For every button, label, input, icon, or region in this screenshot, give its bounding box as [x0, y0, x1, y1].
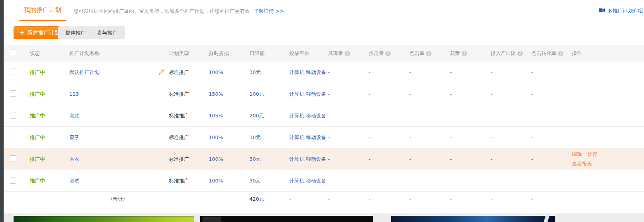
- discount-link[interactable]: 150%: [209, 91, 249, 97]
- status-badge: 推广中: [30, 112, 69, 119]
- tab-my-promotion-plans[interactable]: 我的推广计划: [19, 0, 66, 21]
- clicks-value: -: [369, 156, 409, 162]
- total-clicks-value: -: [369, 196, 409, 202]
- platform-link[interactable]: 计算机 移动设备: [289, 69, 328, 76]
- help-icon[interactable]: ?: [426, 51, 431, 56]
- impressions-value: -: [328, 134, 369, 140]
- promotion-plan-table: 状态 推广计划名称 计划类型 分时折扣 日限额 投放平台 展现量? 点击量? 点…: [4, 45, 644, 207]
- col-conversion: 点击转化率: [531, 50, 556, 57]
- thumbnail-black-detail: [203, 217, 221, 222]
- impressions-value: -: [328, 91, 369, 97]
- roi-value: -: [491, 134, 531, 140]
- platform-link[interactable]: 计算机 移动设备: [289, 112, 328, 119]
- table-row: 推广中 夏季 标准推广 100% 30元 计算机 移动设备 - - - - - …: [4, 127, 644, 148]
- ctr-value: -: [409, 156, 450, 162]
- platform-link[interactable]: 计算机 移动设备: [289, 177, 328, 184]
- conversion-value: -: [531, 178, 572, 184]
- col-actions: 操作: [572, 50, 644, 57]
- thumbnail-blue[interactable]: [391, 216, 555, 222]
- plan-type: 标准推广: [169, 134, 209, 141]
- roi-value: -: [491, 113, 531, 119]
- ctr-value: -: [409, 113, 450, 119]
- col-status: 状态: [30, 50, 69, 57]
- page-subtitle: 您可以根据不同的推广目的、宝贝类型，添加多个推广计划，让您的推广更有效 了解详情…: [74, 8, 284, 15]
- impressions-value: -: [328, 156, 369, 162]
- table-row-highlighted: 推广中 大衣 标准推广 100% 30元 计算机 移动设备 - - - - - …: [4, 148, 644, 170]
- edit-pencil-icon[interactable]: [158, 69, 164, 75]
- plan-type: 标准推广: [169, 177, 209, 184]
- tab-label: 我的推广计划: [24, 6, 61, 14]
- impressions-value: -: [328, 69, 369, 75]
- roi-value: -: [491, 178, 531, 184]
- daily-limit-link[interactable]: 30元: [249, 156, 289, 163]
- plan-name-link[interactable]: 夏季: [69, 134, 79, 140]
- help-icon[interactable]: ?: [517, 51, 523, 56]
- daily-limit-link[interactable]: 30元: [249, 134, 289, 141]
- ctr-value: -: [409, 134, 450, 140]
- new-plan-label: 新建推广计划: [27, 29, 60, 36]
- platform-link[interactable]: 计算机 移动设备: [289, 156, 328, 163]
- discount-link[interactable]: 100%: [209, 156, 249, 162]
- conversion-value: -: [531, 113, 572, 119]
- help-icon[interactable]: ?: [462, 51, 467, 56]
- total-platform-value: -: [289, 196, 328, 202]
- conversion-value: -: [531, 156, 572, 162]
- thumbnail-green[interactable]: [14, 216, 194, 222]
- row-checkbox[interactable]: [10, 90, 16, 97]
- plan-name-link[interactable]: 测试: [69, 178, 79, 184]
- col-discount: 分时折扣: [209, 50, 249, 57]
- plan-name-link[interactable]: 123: [69, 91, 79, 97]
- video-camera-icon: [599, 8, 605, 14]
- clicks-value: -: [369, 113, 409, 119]
- table-row: 推广中 测试 标准推广 100% 30元 计算机 移动设备 - - - - - …: [4, 170, 644, 192]
- total-cost-value: -: [450, 196, 491, 202]
- roi-value: -: [491, 91, 531, 97]
- thumbnail-blue-slash: [543, 216, 550, 222]
- daily-limit-link[interactable]: 100元: [249, 91, 289, 98]
- plan-name-link[interactable]: 默认推广计划: [69, 69, 100, 76]
- discount-link[interactable]: 105%: [209, 113, 249, 119]
- discount-link[interactable]: 100%: [209, 69, 249, 75]
- multi-plan-intro-label: 多推广计划介绍: [608, 7, 643, 14]
- pause-label: 暂停推广: [65, 29, 86, 36]
- plan-type: 标准推广: [169, 69, 209, 76]
- plan-name-link[interactable]: 测款: [69, 113, 79, 119]
- daily-limit-link[interactable]: 30元: [249, 69, 289, 76]
- row-checkbox[interactable]: [10, 177, 16, 184]
- col-plan-name: 推广计划名称: [69, 50, 169, 57]
- ctr-value: -: [409, 69, 450, 75]
- select-all-checkbox[interactable]: [10, 50, 16, 56]
- col-cost: 花费: [450, 50, 460, 57]
- plus-icon: +: [19, 29, 25, 36]
- view-report-action-link[interactable]: 查看报表: [572, 160, 592, 167]
- row-checkbox[interactable]: [10, 69, 16, 75]
- platform-link[interactable]: 计算机 移动设备: [289, 91, 328, 98]
- row-checkbox[interactable]: [10, 155, 16, 162]
- clicks-value: -: [369, 91, 409, 97]
- roi-value: -: [491, 69, 531, 75]
- cost-value: -: [450, 91, 491, 97]
- learn-more-link[interactable]: 了解详情 >>: [254, 8, 284, 14]
- pause-promotion-button[interactable]: 暂停推广: [58, 26, 93, 39]
- row-checkbox[interactable]: [10, 112, 16, 119]
- daily-limit-link[interactable]: 30元: [249, 177, 289, 184]
- conversion-value: -: [531, 91, 572, 97]
- edit-action-link[interactable]: 编辑: [572, 151, 582, 158]
- discount-link[interactable]: 100%: [209, 178, 249, 184]
- discount-link[interactable]: 100%: [209, 134, 249, 140]
- cost-value: -: [450, 156, 491, 162]
- status-badge: 推广中: [30, 69, 69, 76]
- platform-link[interactable]: 计算机 移动设备: [289, 134, 328, 141]
- thumbnail-black[interactable]: [200, 216, 373, 222]
- join-promotion-button[interactable]: 参与推广: [90, 26, 125, 39]
- row-checkbox[interactable]: [10, 134, 16, 140]
- daily-limit-link[interactable]: 200元: [249, 112, 289, 119]
- help-icon[interactable]: ?: [385, 51, 391, 56]
- help-icon[interactable]: ?: [558, 51, 563, 56]
- plan-name-link[interactable]: 大衣: [69, 156, 79, 162]
- multi-plan-intro-link[interactable]: 多推广计划介绍: [599, 7, 643, 14]
- plan-type: 标准推广: [169, 156, 209, 163]
- help-icon[interactable]: ?: [345, 51, 350, 56]
- clicks-value: -: [369, 69, 409, 75]
- pause-action-link[interactable]: 暂停: [587, 151, 598, 158]
